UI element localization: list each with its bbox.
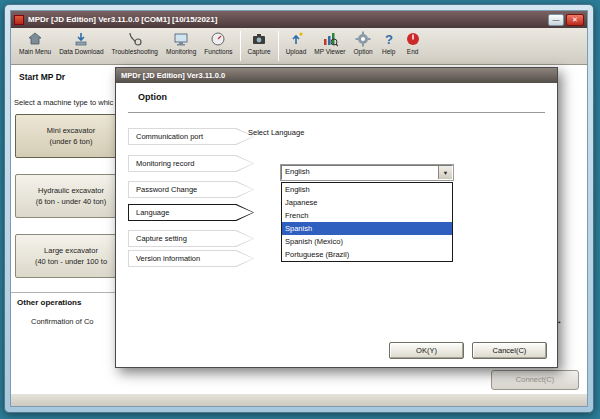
ok-button[interactable]: OK(Y) [389, 342, 464, 359]
chevron-down-icon: ▼ [443, 170, 448, 176]
option-spanish[interactable]: Spanish [282, 222, 452, 235]
nav-label: Version information [128, 250, 254, 267]
toolbar-label: End [407, 48, 419, 55]
option-spanish-mexico[interactable]: Spanish (Mexico) [282, 235, 452, 248]
close-button[interactable]: ✕ [566, 14, 584, 26]
option-dialog: MPDr [JD Edition] Ver3.11.0.0 Option Com… [115, 67, 558, 368]
toolbar-label: Option [353, 48, 372, 55]
confirmation-label: Confirmation of Co [31, 317, 94, 326]
select-language-label: Select Language [248, 128, 304, 137]
power-icon [405, 31, 421, 47]
language-dropdown-list: English Japanese French Spanish Spanish … [281, 182, 453, 262]
toolbar-item-main-menu[interactable]: Main Menu [15, 30, 55, 55]
toolbar-item-upload[interactable]: Upload [282, 30, 311, 55]
nav-label: Password Change [128, 181, 254, 198]
machine-button-mini-excavator[interactable]: Mini excavator (under 6 ton) [15, 114, 127, 158]
toolbar-label: Main Menu [19, 48, 51, 55]
other-operations-heading: Other operations [17, 298, 81, 307]
machine-range: (6 ton - under 40 ton) [36, 197, 106, 206]
nav-label: Capture setting [128, 230, 254, 247]
main-menu-icon [27, 31, 43, 47]
machine-select-instruction: Select a machine type to whic [14, 98, 113, 107]
toolbar-label: Upload [286, 48, 307, 55]
option-english[interactable]: English [282, 183, 452, 196]
toolbar-label: MP Viewer [314, 48, 345, 55]
start-mpdr-heading: Start MP Dr [19, 72, 65, 82]
toolbar-item-end[interactable]: End [401, 30, 425, 55]
dialog-divider [128, 112, 545, 113]
question-mark-icon: ? [381, 31, 397, 47]
machine-button-hydraulic-excavator[interactable]: Hydraulic excavator (6 ton - under 40 to… [15, 174, 127, 218]
nav-label: Language [128, 204, 254, 221]
dialog-nav-capture-setting[interactable]: Capture setting [128, 230, 254, 247]
gear-icon [355, 31, 371, 47]
nav-label: Monitoring record [128, 155, 254, 172]
toolbar-item-help[interactable]: ? Help [377, 30, 401, 55]
machine-name: Mini excavator [47, 126, 95, 135]
section-divider [11, 292, 115, 293]
toolbar-item-monitoring[interactable]: Monitoring [162, 30, 200, 55]
toolbar-item-option[interactable]: Option [349, 30, 376, 55]
monitor-icon [173, 31, 189, 47]
machine-button-large-excavator[interactable]: Large excavator (40 ton - under 100 to [15, 234, 127, 278]
dialog-nav-language[interactable]: Language [128, 204, 254, 221]
toolbar-label: Monitoring [166, 48, 196, 55]
data-download-icon [73, 31, 89, 47]
chart-magnifier-icon [322, 31, 338, 47]
camera-icon [251, 31, 267, 47]
option-portuguese-brazil[interactable]: Portuguese (Brazil) [282, 248, 452, 261]
toolbar-separator [240, 31, 241, 61]
toolbar-label: Capture [248, 48, 271, 55]
machine-name: Hydraulic excavator [38, 186, 104, 195]
gauge-icon [210, 31, 226, 47]
dialog-heading: Option [138, 92, 167, 102]
machine-name: Large excavator [44, 246, 98, 255]
dialog-titlebar[interactable]: MPDr [JD Edition] Ver3.11.0.0 [116, 68, 557, 83]
toolbar-label: Data Download [59, 48, 103, 55]
machine-range: (under 6 ton) [50, 137, 93, 146]
main-content: Start MP Dr Select a machine type to whi… [11, 65, 587, 393]
minimize-button[interactable]: — [548, 14, 564, 26]
toolbar-item-functions[interactable]: Functions [200, 30, 236, 55]
option-french[interactable]: French [282, 209, 452, 222]
toolbar-item-capture[interactable]: Capture [244, 30, 275, 55]
window-title: MPDr [JD Edition] Ver3.11.0.0 [COM1] [10… [28, 15, 548, 24]
option-japanese[interactable]: Japanese [282, 196, 452, 209]
main-toolbar: Main Menu Data Download Troubleshooting … [11, 28, 587, 65]
nav-label: Communication port [128, 128, 254, 145]
dialog-nav-monitoring-record[interactable]: Monitoring record [128, 155, 254, 172]
combobox-value: English [285, 167, 310, 176]
upload-icon [288, 31, 304, 47]
language-combobox[interactable]: English ▼ [281, 165, 453, 180]
machine-range: (40 ton - under 100 to [35, 257, 107, 266]
combobox-dropdown-button[interactable]: ▼ [438, 166, 452, 179]
connect-button[interactable]: Connect(C) [491, 370, 579, 390]
toolbar-label: Functions [204, 48, 232, 55]
stethoscope-icon [127, 31, 143, 47]
desktop-background: MPDr [JD Edition] Ver3.11.0.0 [COM1] [10… [0, 0, 600, 419]
toolbar-item-mp-viewer[interactable]: MP Viewer [310, 30, 349, 55]
status-bar [11, 393, 587, 406]
dialog-nav-password-change[interactable]: Password Change [128, 181, 254, 198]
dialog-nav-communication-port[interactable]: Communication port [128, 128, 254, 145]
cancel-button[interactable]: Cancel(C) [472, 342, 547, 359]
toolbar-label: Troubleshooting [112, 48, 158, 55]
app-icon [14, 15, 24, 25]
svg-text:?: ? [385, 32, 393, 47]
dialog-nav-version-information[interactable]: Version information [128, 250, 254, 267]
main-window: MPDr [JD Edition] Ver3.11.0.0 [COM1] [10… [4, 4, 594, 413]
toolbar-separator [278, 31, 279, 61]
toolbar-item-troubleshooting[interactable]: Troubleshooting [108, 30, 162, 55]
main-window-inner: MPDr [JD Edition] Ver3.11.0.0 [COM1] [10… [10, 10, 588, 407]
toolbar-label: Help [382, 48, 395, 55]
main-titlebar: MPDr [JD Edition] Ver3.11.0.0 [COM1] [10… [11, 11, 587, 28]
toolbar-item-data-download[interactable]: Data Download [55, 30, 107, 55]
